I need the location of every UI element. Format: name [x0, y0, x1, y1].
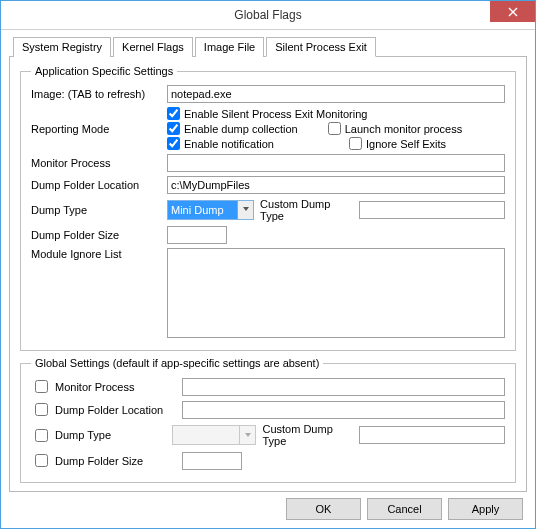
gs-dump-folder-input[interactable]: [182, 401, 505, 419]
dump-folder-label: Dump Folder Location: [31, 179, 161, 191]
global-flags-window: Global Flags System Registry Kernel Flag…: [0, 0, 536, 529]
chk-enable-notif[interactable]: [167, 137, 180, 150]
gs-monitor-process-label: Monitor Process: [55, 381, 134, 393]
custom-dump-input[interactable]: [359, 201, 505, 219]
chk-ignore-self[interactable]: [349, 137, 362, 150]
tab-image-file[interactable]: Image File: [195, 37, 264, 57]
close-icon: [508, 7, 518, 17]
gs-custom-dump-input[interactable]: [359, 426, 505, 444]
titlebar: Global Flags: [1, 1, 535, 30]
gs-dump-type-label: Dump Type: [55, 429, 111, 441]
gs-chk-monitor-process[interactable]: [35, 380, 48, 393]
gs-dump-type-combo[interactable]: [172, 425, 256, 445]
gs-dump-folder-size-label: Dump Folder Size: [55, 455, 143, 467]
chk-enable-notif-label: Enable notification: [184, 138, 274, 150]
ok-button[interactable]: OK: [286, 498, 361, 520]
module-ignore-label: Module Ignore List: [31, 248, 161, 260]
gs-monitor-process-input[interactable]: [182, 378, 505, 396]
window-title: Global Flags: [234, 8, 301, 22]
chk-enable-dump[interactable]: [167, 122, 180, 135]
apply-button[interactable]: Apply: [448, 498, 523, 520]
gs-chk-dump-folder-size[interactable]: [35, 454, 48, 467]
cancel-button[interactable]: Cancel: [367, 498, 442, 520]
client-area: System Registry Kernel Flags Image File …: [1, 30, 535, 528]
chk-launch-monitor[interactable]: [328, 122, 341, 135]
gs-dump-folder-size-input[interactable]: [182, 452, 242, 470]
gs-custom-dump-label: Custom Dump Type: [262, 423, 353, 447]
chk-ignore-self-label: Ignore Self Exits: [366, 138, 446, 150]
chk-enable-monitoring[interactable]: [167, 107, 180, 120]
tab-system-registry[interactable]: System Registry: [13, 37, 111, 57]
close-button[interactable]: [490, 1, 535, 22]
dump-folder-size-label: Dump Folder Size: [31, 229, 161, 241]
dump-type-label: Dump Type: [31, 204, 161, 216]
tab-panel: Application Specific Settings Image: (TA…: [9, 57, 527, 492]
tab-silent-process-exit[interactable]: Silent Process Exit: [266, 37, 376, 57]
global-settings-group: Global Settings (default if app-specific…: [20, 357, 516, 483]
chk-enable-dump-label: Enable dump collection: [184, 123, 298, 135]
chk-enable-monitoring-label: Enable Silent Process Exit Monitoring: [184, 108, 367, 120]
chevron-down-icon: [243, 207, 249, 211]
gs-chk-dump-folder[interactable]: [35, 403, 48, 416]
gs-chk-dump-type[interactable]: [35, 429, 48, 442]
dump-type-combo[interactable]: Mini Dump: [167, 200, 254, 220]
global-settings-legend: Global Settings (default if app-specific…: [31, 357, 323, 369]
tab-kernel-flags[interactable]: Kernel Flags: [113, 37, 193, 57]
image-input[interactable]: [167, 85, 505, 103]
tab-strip: System Registry Kernel Flags Image File …: [9, 36, 527, 57]
dump-folder-input[interactable]: [167, 176, 505, 194]
button-bar: OK Cancel Apply: [9, 492, 527, 520]
reporting-mode-label: Reporting Mode: [31, 107, 161, 135]
module-ignore-textarea[interactable]: [167, 248, 505, 338]
chevron-down-icon: [245, 433, 251, 437]
monitor-process-label: Monitor Process: [31, 157, 161, 169]
image-label: Image: (TAB to refresh): [31, 88, 161, 100]
app-specific-legend: Application Specific Settings: [31, 65, 177, 77]
chk-launch-monitor-label: Launch monitor process: [345, 123, 462, 135]
app-specific-group: Application Specific Settings Image: (TA…: [20, 65, 516, 351]
dump-folder-size-input[interactable]: [167, 226, 227, 244]
custom-dump-label: Custom Dump Type: [260, 198, 353, 222]
gs-dump-folder-label: Dump Folder Location: [55, 404, 163, 416]
monitor-process-input[interactable]: [167, 154, 505, 172]
